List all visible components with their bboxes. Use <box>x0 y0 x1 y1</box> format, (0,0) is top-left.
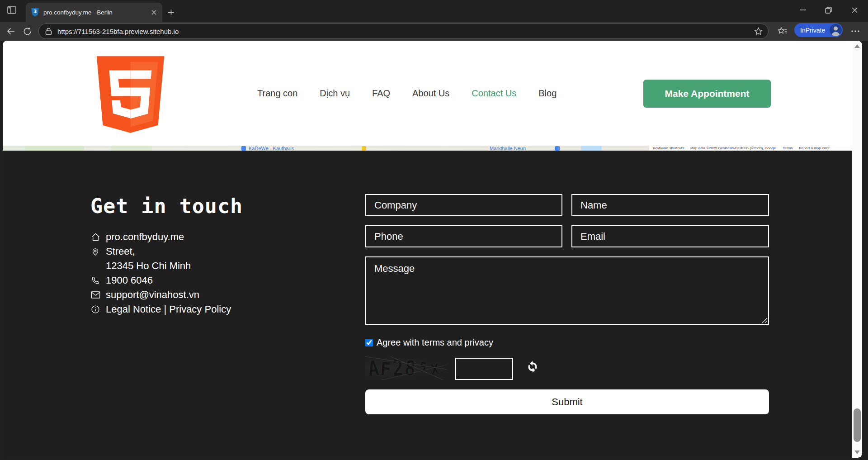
map-transit-icon <box>362 146 366 151</box>
back-icon <box>6 27 15 36</box>
contact-email: support@vinahost.vn <box>106 289 199 301</box>
agree-label: Agree with terms and privacy <box>377 337 493 348</box>
company-input[interactable] <box>365 194 562 216</box>
map-label: KaDeWe - Kaufhaus <box>249 146 294 151</box>
nav-item-trang-con[interactable]: Trang con <box>257 88 297 99</box>
settings-menu-button[interactable] <box>848 24 863 38</box>
home-icon <box>90 232 100 242</box>
contact-email-row: support@vinahost.vn <box>90 288 231 302</box>
bookmark-star-icon[interactable] <box>754 27 763 36</box>
contact-section: Get in touch pro.confbyduy.me Street, 12… <box>3 151 852 458</box>
maximize-icon <box>825 7 832 14</box>
google-map[interactable]: KaDeWe - Kaufhaus Markthalle Neun Keyboa… <box>3 146 852 151</box>
favorites-button[interactable] <box>775 24 789 38</box>
window-close-button[interactable] <box>844 2 865 18</box>
tab-overview-icon <box>7 5 17 15</box>
window-maximize-button[interactable] <box>818 2 839 18</box>
url-text: https://711563-215bfa.preview.sitehub.io <box>57 28 754 35</box>
css3-favicon-icon: 3 <box>31 8 39 17</box>
window-minimize-button[interactable] <box>793 2 813 18</box>
scrollbar-thumb[interactable] <box>854 408 861 442</box>
tab-close-button[interactable] <box>150 8 158 16</box>
inprivate-badge[interactable]: InPrivate <box>794 23 843 37</box>
page-content: Trang con Dịch vụ FAQ About Us Contact U… <box>3 41 862 458</box>
captcha-image: AF285X <box>365 356 447 380</box>
contact-phone-row: 1900 6046 <box>90 273 231 288</box>
avatar-icon <box>830 24 842 36</box>
submit-button[interactable]: Submit <box>365 389 769 414</box>
map-marker-icon <box>241 146 246 151</box>
name-input[interactable] <box>571 194 769 216</box>
map-marker-icon <box>555 146 560 151</box>
captcha-refresh-button[interactable] <box>525 360 540 374</box>
map-park-patch <box>111 146 152 151</box>
tab-title: pro.confbyduy.me - Berlin <box>43 9 150 16</box>
scroll-down-button[interactable] <box>852 448 862 457</box>
scroll-down-icon <box>854 451 860 454</box>
captcha-input[interactable] <box>455 358 513 380</box>
inprivate-label: InPrivate <box>800 27 825 34</box>
contact-city-row: 12345 Ho Chi Minh <box>90 259 231 273</box>
legal-privacy-links[interactable]: Legal Notice | Privacy Policy <box>106 304 231 315</box>
nav-item-blog[interactable]: Blog <box>538 88 557 99</box>
site-header: Trang con Dịch vụ FAQ About Us Contact U… <box>3 41 852 146</box>
map-label: Markthalle Neun <box>490 146 526 151</box>
close-icon <box>151 10 156 15</box>
map-pin-icon <box>90 247 100 256</box>
contact-phone: 1900 6046 <box>106 275 153 286</box>
map-water-patch <box>581 146 602 151</box>
html5-logo[interactable] <box>96 55 165 133</box>
plus-icon <box>168 9 175 16</box>
nav-item-contact-us[interactable]: Contact Us <box>472 88 516 99</box>
contact-website: pro.confbyduy.me <box>106 231 184 243</box>
map-data-credit: Map data ©2025 GeoBasis-DE/BKG (©2009), … <box>690 146 777 150</box>
browser-tab[interactable]: 3 pro.confbyduy.me - Berlin <box>26 3 162 22</box>
map-keyboard-shortcuts[interactable]: Keyboard shortcuts <box>653 146 684 150</box>
new-tab-button[interactable] <box>165 7 176 18</box>
phone-input[interactable] <box>365 225 562 247</box>
contact-info-list: pro.confbyduy.me Street, 12345 Ho Chi Mi… <box>90 230 231 317</box>
contact-website-row: pro.confbyduy.me <box>90 230 231 244</box>
lock-icon[interactable] <box>45 28 52 35</box>
favorites-star-icon <box>778 27 787 36</box>
map-terms-link[interactable]: Terms <box>783 146 793 150</box>
scroll-up-button[interactable] <box>852 42 862 51</box>
back-button[interactable] <box>4 24 18 38</box>
envelope-icon <box>90 290 100 300</box>
phone-icon <box>90 275 100 285</box>
contact-legal-row: Legal Notice | Privacy Policy <box>90 302 231 317</box>
agree-checkbox[interactable] <box>365 339 373 346</box>
message-textarea[interactable] <box>365 256 769 325</box>
contact-street: Street, <box>106 246 135 257</box>
map-park-patch <box>25 146 84 151</box>
main-navigation: Trang con Dịch vụ FAQ About Us Contact U… <box>257 87 557 100</box>
refresh-button[interactable] <box>20 24 34 38</box>
refresh-icon <box>23 27 32 36</box>
contact-street-row: Street, <box>90 244 231 259</box>
tab-strip: 3 pro.confbyduy.me - Berlin <box>0 0 868 22</box>
browser-toolbar: https://711563-215bfa.preview.sitehub.io… <box>0 22 868 41</box>
contact-city: 12345 Ho Chi Minh <box>106 260 191 272</box>
ellipsis-icon <box>851 30 859 32</box>
page-scrollbar[interactable] <box>852 41 862 458</box>
tab-actions-button[interactable] <box>6 5 17 15</box>
email-input[interactable] <box>571 225 769 247</box>
nav-item-about-us[interactable]: About Us <box>412 88 449 99</box>
map-report-error-link[interactable]: Report a map error <box>799 146 830 150</box>
nav-item-dich-vu[interactable]: Dịch vụ <box>320 88 350 99</box>
info-icon <box>90 304 100 314</box>
get-in-touch-heading: Get in touch <box>90 194 243 218</box>
nav-item-faq[interactable]: FAQ <box>372 88 390 99</box>
close-icon <box>852 7 858 13</box>
captcha-refresh-icon <box>526 360 539 373</box>
scroll-up-icon <box>854 44 860 48</box>
map-attribution: Keyboard shortcuts Map data ©2025 GeoBas… <box>649 146 852 151</box>
agree-row: Agree with terms and privacy <box>365 337 493 348</box>
minimize-icon <box>800 7 806 13</box>
make-appointment-button[interactable]: Make Appointment <box>643 80 771 108</box>
address-bar[interactable]: https://711563-215bfa.preview.sitehub.io <box>38 24 769 39</box>
